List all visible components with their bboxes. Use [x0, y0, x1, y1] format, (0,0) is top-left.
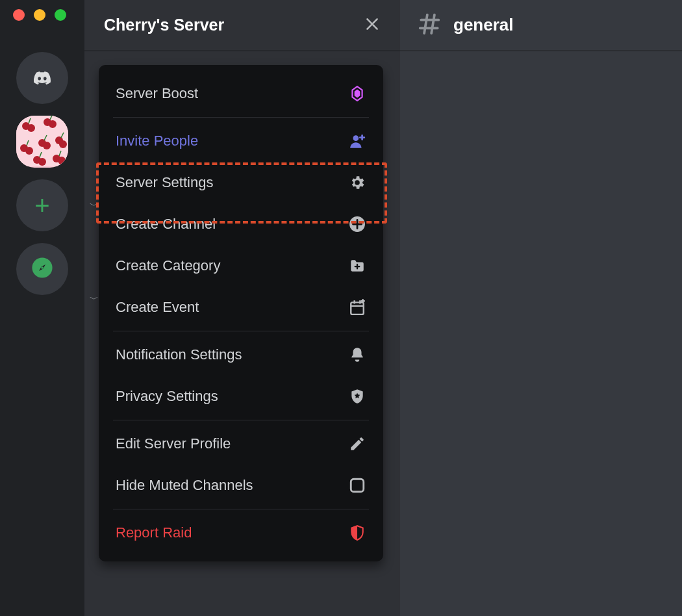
server-dropdown-menu: Server Boost Invite People Server Settin… — [99, 65, 383, 561]
window-close-dot[interactable] — [13, 9, 25, 21]
window-zoom-dot[interactable] — [55, 9, 66, 21]
bell-icon — [348, 346, 366, 364]
menu-label: Notification Settings — [116, 346, 242, 363]
close-dropdown-button[interactable] — [364, 16, 381, 35]
cherries-image-icon — [16, 116, 68, 168]
menu-label: Report Raid — [116, 524, 192, 541]
menu-separator — [113, 420, 369, 420]
menu-label: Create Category — [116, 257, 220, 274]
menu-server-boost[interactable]: Server Boost — [108, 73, 374, 114]
svg-point-2 — [27, 124, 35, 132]
svg-point-10 — [43, 142, 51, 149]
menu-server-settings[interactable]: Server Settings — [108, 162, 374, 203]
menu-label: Invite People — [116, 133, 198, 149]
discord-logo-icon — [33, 69, 51, 87]
svg-point-14 — [58, 157, 66, 164]
boost-gem-icon — [348, 84, 366, 103]
person-plus-icon — [348, 132, 366, 150]
close-icon — [364, 23, 381, 34]
svg-point-17 — [41, 266, 44, 269]
compass-icon — [31, 257, 53, 281]
server-rail: + — [0, 0, 84, 616]
calendar-plus-icon — [348, 298, 366, 316]
channel-name-label: general — [453, 15, 514, 35]
menu-report-raid[interactable]: Report Raid — [108, 512, 374, 554]
menu-create-event[interactable]: Create Event — [108, 287, 374, 328]
server-icon-cherries[interactable] — [16, 116, 68, 168]
menu-label: Privacy Settings — [116, 388, 218, 405]
menu-separator — [113, 331, 369, 331]
svg-rect-20 — [351, 302, 364, 314]
plus-circle-icon — [348, 215, 366, 233]
menu-create-channel[interactable]: Create Channel — [108, 203, 374, 245]
shield-alert-icon — [348, 524, 366, 542]
window-minimize-dot[interactable] — [34, 9, 45, 21]
pencil-icon — [348, 435, 366, 453]
server-header[interactable]: Cherry's Server — [84, 0, 400, 51]
menu-create-category[interactable]: Create Category — [108, 245, 374, 287]
category-collapse-chevron-icon[interactable]: ﹀ — [90, 294, 99, 305]
svg-point-8 — [25, 147, 33, 155]
channel-sidebar: Cherry's Server ﹀ ﹀ Server Boost Invite … — [84, 0, 400, 616]
svg-rect-21 — [351, 479, 364, 492]
menu-label: Edit Server Profile — [116, 435, 231, 452]
folder-plus-icon — [348, 257, 366, 275]
svg-point-6 — [59, 140, 67, 148]
menu-label: Create Channel — [116, 216, 216, 233]
hash-icon — [417, 12, 442, 39]
menu-privacy-settings[interactable]: Privacy Settings — [108, 376, 374, 417]
home-button[interactable] — [16, 52, 68, 104]
menu-notification-settings[interactable]: Notification Settings — [108, 334, 374, 376]
menu-label: Hide Muted Channels — [116, 477, 253, 494]
server-name-label: Cherry's Server — [104, 16, 224, 34]
menu-label: Create Event — [116, 299, 199, 316]
menu-hide-muted-channels[interactable]: Hide Muted Channels — [108, 465, 374, 506]
chat-header: general — [400, 0, 682, 51]
svg-point-4 — [49, 120, 57, 128]
chat-area: general — [400, 0, 682, 616]
checkbox-empty-icon — [348, 476, 366, 494]
category-collapse-chevron-icon[interactable]: ﹀ — [90, 200, 99, 212]
shield-star-icon — [348, 387, 366, 405]
svg-point-12 — [38, 158, 46, 166]
svg-point-18 — [353, 135, 359, 141]
menu-label: Server Settings — [116, 174, 213, 191]
menu-label: Server Boost — [116, 85, 198, 102]
menu-separator — [113, 509, 369, 509]
menu-separator — [113, 117, 369, 118]
add-server-button[interactable]: + — [16, 179, 68, 231]
gear-icon — [348, 173, 366, 192]
explore-servers-button[interactable] — [16, 243, 68, 295]
window-traffic-lights — [13, 9, 66, 21]
menu-invite-people[interactable]: Invite People — [108, 120, 374, 162]
menu-edit-server-profile[interactable]: Edit Server Profile — [108, 423, 374, 465]
